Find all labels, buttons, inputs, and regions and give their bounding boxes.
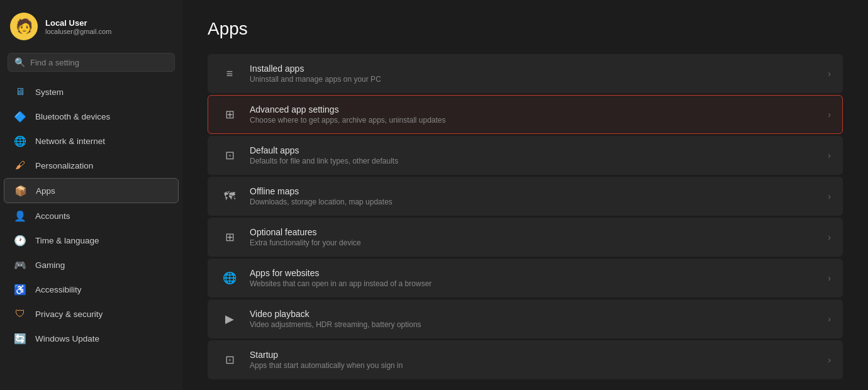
sidebar-label-time: Time & language: [35, 236, 169, 245]
main-content: Apps ≡Installed appsUninstall and manage…: [182, 0, 868, 390]
settings-item-startup[interactable]: ⊡StartupApps that start automatically wh…: [208, 340, 843, 379]
avatar: 🧑: [10, 13, 38, 40]
user-name: Local User: [45, 18, 111, 28]
search-input[interactable]: [30, 58, 168, 67]
search-icon: 🔍: [14, 57, 25, 67]
update-icon: 🔄: [14, 332, 26, 345]
gaming-icon: 🎮: [14, 259, 26, 271]
sidebar-item-apps[interactable]: 📦Apps: [4, 178, 179, 203]
sidebar-label-accessibility: Accessibility: [35, 285, 169, 294]
sidebar-label-network: Network & internet: [35, 136, 169, 146]
chevron-right-icon: ›: [828, 150, 831, 160]
default-apps-icon: ⊡: [220, 145, 240, 165]
video-playback-title: Video playback: [250, 309, 818, 319]
sidebar-label-apps: Apps: [36, 186, 168, 196]
sidebar-label-privacy: Privacy & security: [35, 309, 169, 319]
chevron-right-icon: ›: [828, 191, 831, 201]
sidebar-item-personalization[interactable]: 🖌Personalization: [4, 153, 179, 177]
sidebar-item-privacy[interactable]: 🛡Privacy & security: [4, 302, 179, 326]
chevron-right-icon: ›: [828, 314, 831, 324]
sidebar-item-bluetooth[interactable]: 🔷Bluetooth & devices: [4, 104, 179, 128]
optional-features-text: Optional featuresExtra functionality for…: [250, 227, 818, 247]
offline-maps-text: Offline mapsDownloads, storage location,…: [250, 186, 818, 206]
chevron-right-icon: ›: [828, 232, 831, 242]
sidebar-item-network[interactable]: 🌐Network & internet: [4, 129, 179, 153]
sidebar-item-accounts[interactable]: 👤Accounts: [4, 204, 179, 228]
accounts-icon: 👤: [14, 209, 26, 222]
startup-desc: Apps that start automatically when you s…: [250, 361, 818, 370]
startup-icon: ⊡: [220, 350, 240, 370]
chevron-right-icon: ›: [828, 109, 831, 120]
video-playback-desc: Video adjustments, HDR streaming, batter…: [250, 320, 818, 329]
system-icon: 🖥: [14, 86, 26, 98]
user-profile[interactable]: 🧑 Local User localuser@gmail.com: [0, 6, 182, 50]
settings-item-default-apps[interactable]: ⊡Default appsDefaults for file and link …: [208, 136, 843, 175]
apps-icon: 📦: [14, 184, 27, 197]
offline-maps-title: Offline maps: [250, 186, 818, 196]
offline-maps-icon: 🗺: [220, 186, 240, 206]
startup-text: StartupApps that start automatically whe…: [250, 350, 818, 370]
network-icon: 🌐: [14, 135, 26, 147]
optional-features-desc: Extra functionality for your device: [250, 238, 818, 247]
advanced-app-settings-title: Advanced app settings: [250, 104, 818, 114]
advanced-app-settings-icon: ⊞: [220, 104, 240, 125]
privacy-icon: 🛡: [14, 308, 26, 320]
settings-item-installed-apps[interactable]: ≡Installed appsUninstall and manage apps…: [208, 54, 843, 93]
sidebar-label-bluetooth: Bluetooth & devices: [35, 112, 169, 121]
video-playback-icon: ▶: [220, 309, 240, 329]
sidebar-label-accounts: Accounts: [35, 211, 169, 221]
sidebar-label-system: System: [35, 87, 169, 97]
chevron-right-icon: ›: [828, 273, 831, 283]
optional-features-title: Optional features: [250, 227, 818, 237]
search-bar[interactable]: 🔍: [8, 53, 175, 72]
apps-for-websites-text: Apps for websitesWebsites that can open …: [250, 268, 818, 288]
startup-title: Startup: [250, 350, 818, 360]
apps-for-websites-desc: Websites that can open in an app instead…: [250, 279, 818, 288]
optional-features-icon: ⊞: [220, 227, 240, 247]
default-apps-desc: Defaults for file and link types, other …: [250, 157, 818, 165]
sidebar-item-gaming[interactable]: 🎮Gaming: [4, 253, 179, 277]
offline-maps-desc: Downloads, storage location, map updates: [250, 198, 818, 206]
video-playback-text: Video playbackVideo adjustments, HDR str…: [250, 309, 818, 329]
settings-item-advanced-app-settings[interactable]: ⊞Advanced app settingsChoose where to ge…: [208, 95, 843, 134]
user-email: localuser@gmail.com: [45, 28, 111, 35]
page-title: Apps: [208, 19, 843, 39]
sidebar-item-system[interactable]: 🖥System: [4, 80, 179, 104]
installed-apps-title: Installed apps: [250, 64, 818, 74]
default-apps-text: Default appsDefaults for file and link t…: [250, 145, 818, 165]
sidebar-label-update: Windows Update: [35, 334, 169, 343]
advanced-app-settings-text: Advanced app settingsChoose where to get…: [250, 104, 818, 125]
sidebar-label-gaming: Gaming: [35, 260, 169, 270]
chevron-right-icon: ›: [828, 69, 831, 79]
default-apps-title: Default apps: [250, 145, 818, 155]
installed-apps-desc: Uninstall and manage apps on your PC: [250, 75, 818, 84]
time-icon: 🕐: [14, 234, 26, 247]
settings-item-offline-maps[interactable]: 🗺Offline mapsDownloads, storage location…: [208, 177, 843, 216]
sidebar: 🧑 Local User localuser@gmail.com 🔍 🖥Syst…: [0, 0, 182, 390]
sidebar-item-accessibility[interactable]: ♿Accessibility: [4, 277, 179, 301]
personalization-icon: 🖌: [14, 159, 26, 172]
installed-apps-icon: ≡: [220, 64, 240, 84]
user-info: Local User localuser@gmail.com: [45, 18, 111, 35]
accessibility-icon: ♿: [14, 283, 26, 296]
bluetooth-icon: 🔷: [14, 110, 26, 123]
sidebar-label-personalization: Personalization: [35, 161, 169, 170]
sidebar-nav: 🖥System🔷Bluetooth & devices🌐Network & in…: [0, 79, 182, 351]
advanced-app-settings-desc: Choose where to get apps, archive apps, …: [250, 116, 818, 125]
settings-item-video-playback[interactable]: ▶Video playbackVideo adjustments, HDR st…: [208, 299, 843, 338]
settings-list: ≡Installed appsUninstall and manage apps…: [208, 54, 843, 379]
apps-for-websites-title: Apps for websites: [250, 268, 818, 278]
installed-apps-text: Installed appsUninstall and manage apps …: [250, 64, 818, 84]
sidebar-item-time[interactable]: 🕐Time & language: [4, 228, 179, 252]
settings-item-apps-for-websites[interactable]: 🌐Apps for websitesWebsites that can open…: [208, 259, 843, 298]
apps-for-websites-icon: 🌐: [220, 268, 240, 288]
settings-item-optional-features[interactable]: ⊞Optional featuresExtra functionality fo…: [208, 218, 843, 257]
chevron-right-icon: ›: [828, 355, 831, 365]
sidebar-item-update[interactable]: 🔄Windows Update: [4, 326, 179, 350]
